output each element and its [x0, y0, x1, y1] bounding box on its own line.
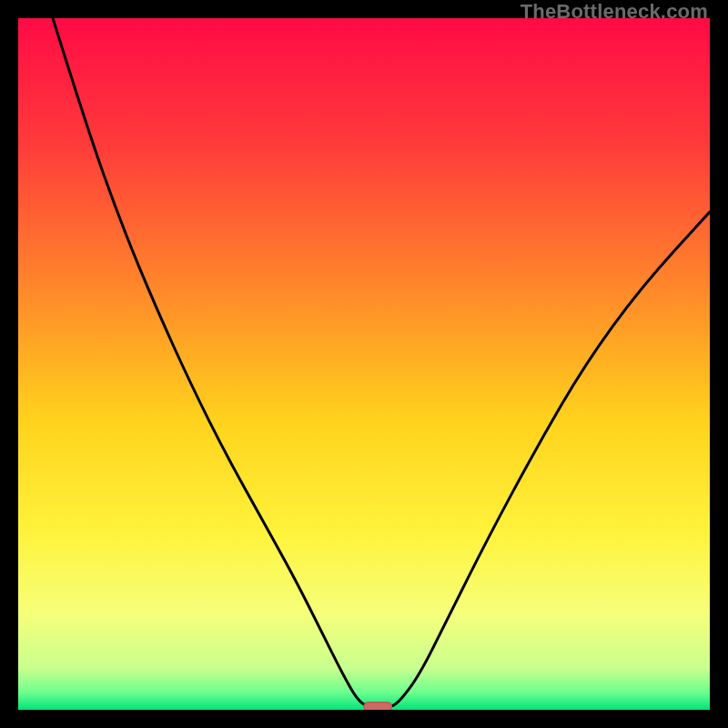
chart-canvas: [18, 18, 710, 710]
plot-area: [18, 18, 710, 710]
gradient-background: [18, 18, 710, 710]
chart-frame: TheBottleneck.com: [0, 0, 728, 728]
watermark-text: TheBottleneck.com: [521, 0, 708, 24]
optimal-marker: [364, 703, 391, 710]
